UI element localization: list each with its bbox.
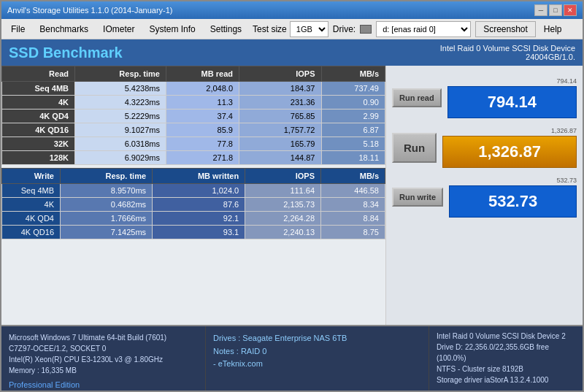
menu-settings[interactable]: Settings xyxy=(204,21,248,37)
iops: 765.85 xyxy=(239,109,322,123)
iops: 1,757.72 xyxy=(239,123,322,137)
sys-line3: Intel(R) Xeon(R) CPU E3-1230L v3 @ 1.80G… xyxy=(9,354,198,365)
maximize-button[interactable]: □ xyxy=(549,4,562,16)
right-line5 xyxy=(437,385,575,392)
mbs: 0.90 xyxy=(321,96,385,109)
mb-written: 87.6 xyxy=(153,198,245,212)
system-info-panel: Microsoft Windows 7 Ultimate 64-bit Buil… xyxy=(1,326,206,391)
close-button[interactable]: ✕ xyxy=(564,4,577,16)
row-label-w: 4K QD16 xyxy=(2,226,61,239)
table-section: Read Resp. time MB read IOPS MB/s Seq 4M… xyxy=(1,66,385,325)
site-label: - eTeknix.com xyxy=(213,358,421,371)
menu-iometer[interactable]: IOmeter xyxy=(96,21,141,37)
total-score-small: 1,326.87 xyxy=(442,127,577,134)
iops: 231.36 xyxy=(239,96,322,109)
row-label: 4K QD4 xyxy=(2,109,75,123)
col-read: Read xyxy=(2,66,75,82)
row-label: 4K QD16 xyxy=(2,123,75,137)
window-controls: ─ □ ✕ xyxy=(534,4,577,16)
row-label: 4K xyxy=(2,96,75,109)
write-score-small: 532.73 xyxy=(449,177,577,184)
run-button[interactable]: Run xyxy=(392,133,437,163)
mbs: 6.87 xyxy=(321,123,385,137)
write-table: Write Resp. time MB written IOPS MB/s Se… xyxy=(1,168,385,239)
read-table: Read Resp. time MB read IOPS MB/s Seq 4M… xyxy=(1,66,385,165)
run-write-section: Run write 532.73 532.73 xyxy=(392,177,577,218)
test-size-label: Test size xyxy=(253,24,287,34)
header-bar: SSD Benchmark Intel Raid 0 Volume SCSI D… xyxy=(1,39,583,66)
mb-read: 2,048.0 xyxy=(166,82,239,96)
run-write-button[interactable]: Run write xyxy=(392,188,443,207)
sys-line2: C7Z97-OCEE/1.2, SOCKET 0 xyxy=(9,343,198,354)
mb-read: 271.8 xyxy=(166,151,239,165)
mbs: 737.49 xyxy=(321,82,385,96)
menu-file[interactable]: File xyxy=(4,21,31,37)
menu-system-info[interactable]: System Info xyxy=(142,21,201,37)
row-label: 32K xyxy=(2,137,75,151)
device-info: Intel Raid 0 Volume SCSI Disk Device 240… xyxy=(440,44,575,61)
mb-read: 37.4 xyxy=(166,109,239,123)
table-row: Seq 4MB 8.9570ms 1,024.0 111.64 446.58 xyxy=(2,184,385,198)
menu-help[interactable]: Help xyxy=(537,21,569,37)
run-total-section: Run 1,326.87 1,326.87 xyxy=(392,127,577,168)
table-row: 4K QD4 5.2229ms 37.4 765.85 2.99 xyxy=(2,109,385,123)
mb-written: 1,024.0 xyxy=(153,184,245,198)
col-mb-written: MB written xyxy=(153,169,245,184)
mbs: 2.99 xyxy=(321,109,385,123)
mbs-w: 8.84 xyxy=(321,212,385,226)
iops: 165.79 xyxy=(239,137,322,151)
col-iops: IOPS xyxy=(239,66,322,82)
iops: 184.37 xyxy=(239,82,322,96)
resp-time-w: 7.1425ms xyxy=(61,226,153,239)
test-size-select[interactable]: 1GB 2GB 4GB xyxy=(290,21,328,37)
total-score-display: 1,326.87 xyxy=(442,136,577,168)
table-row: 32K 6.0318ms 77.8 165.79 5.18 xyxy=(2,137,385,151)
table-row: 4K QD16 9.1027ms 85.9 1,757.72 6.87 xyxy=(2,123,385,137)
mb-read: 85.9 xyxy=(166,123,239,137)
table-row: Seq 4MB 5.4238ms 2,048.0 184.37 737.49 xyxy=(2,82,385,96)
resp-time: 9.1027ms xyxy=(75,123,166,137)
resp-time-w: 1.7666ms xyxy=(61,212,153,226)
col-mbs-w: MB/s xyxy=(321,169,385,184)
row-label: 128K xyxy=(2,151,75,165)
table-row: 4K QD4 1.7666ms 92.1 2,264.28 8.84 xyxy=(2,212,385,226)
read-score-group: 794.14 794.14 xyxy=(447,77,577,118)
col-write: Write xyxy=(2,169,61,184)
menu-benchmarks[interactable]: Benchmarks xyxy=(33,21,95,37)
drive-group: Drive: d: [enas raid 0] xyxy=(333,21,471,37)
mb-written: 93.1 xyxy=(153,226,245,239)
minimize-button[interactable]: ─ xyxy=(534,4,548,16)
drives-label: Drives : Seagate Enterprise NAS 6TB xyxy=(213,332,421,345)
resp-time-w: 0.4682ms xyxy=(61,198,153,212)
row-label-w: 4K xyxy=(2,198,61,212)
table-row: 4K QD16 7.1425ms 93.1 2,240.13 8.75 xyxy=(2,226,385,239)
total-score-group: 1,326.87 1,326.87 xyxy=(442,127,577,168)
resp-time: 5.4238ms xyxy=(75,82,166,96)
resp-time: 4.3223ms xyxy=(75,96,166,109)
notes-label: Notes : RAID 0 xyxy=(213,345,421,358)
row-label-w: 4K QD4 xyxy=(2,212,61,226)
bottom-bar: Microsoft Windows 7 Ultimate 64-bit Buil… xyxy=(1,325,583,391)
right-line4: Storage driver iaStorA 13.2.4.1000 xyxy=(437,374,575,385)
iops-w: 111.64 xyxy=(245,184,321,198)
mbs-w: 8.34 xyxy=(321,198,385,212)
screenshot-button[interactable]: Screenshot xyxy=(475,21,536,37)
mbs: 18.11 xyxy=(321,151,385,165)
run-read-button[interactable]: Run read xyxy=(392,88,442,107)
main-window: Anvil's Storage Utilities 1.1.0 (2014-Ja… xyxy=(0,0,584,392)
write-score-group: 532.73 532.73 xyxy=(449,177,577,218)
mbs: 5.18 xyxy=(321,137,385,151)
mb-read: 77.8 xyxy=(166,137,239,151)
table-row: 4K 4.3223ms 11.3 231.36 0.90 xyxy=(2,96,385,109)
mb-written: 92.1 xyxy=(153,212,245,226)
device-line1: Intel Raid 0 Volume SCSI Disk Device xyxy=(440,44,575,53)
title-bar: Anvil's Storage Utilities 1.1.0 (2014-Ja… xyxy=(1,1,583,19)
drive-select[interactable]: d: [enas raid 0] xyxy=(376,21,471,37)
resp-time: 6.0318ms xyxy=(75,137,166,151)
row-label-w: Seq 4MB xyxy=(2,184,61,198)
row-label: Seq 4MB xyxy=(2,82,75,96)
run-read-section: Run read 794.14 794.14 xyxy=(392,77,577,118)
sys-line1: Microsoft Windows 7 Ultimate 64-bit Buil… xyxy=(9,332,198,343)
right-line3: NTFS - Cluster size 8192B xyxy=(437,364,575,374)
drives-notes-panel: Drives : Seagate Enterprise NAS 6TB Note… xyxy=(206,326,429,391)
